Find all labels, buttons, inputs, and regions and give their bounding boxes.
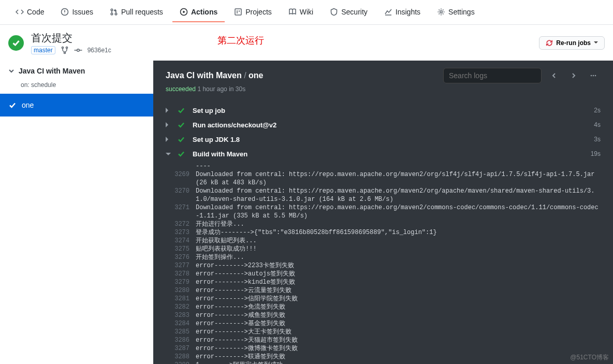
- step-name: Run actions/checkout@v2: [193, 121, 587, 129]
- step-row[interactable]: Build with Maven19s: [153, 147, 613, 161]
- step-row[interactable]: Set up job2s: [153, 103, 613, 118]
- log-line-text: error-------->信阳学院签到失败: [196, 295, 601, 303]
- log-line: 3273登录成功-------->{"tbs":"e3816b80528bff8…: [174, 228, 601, 237]
- log-line-number: 3287: [174, 344, 196, 353]
- commit-sha[interactable]: 9636e1c: [87, 47, 111, 54]
- svg-point-17: [77, 49, 79, 52]
- log-line-text: error-------->大王卡签到失败: [196, 328, 601, 336]
- log-line-number: 3278: [174, 270, 196, 278]
- gear-icon: [437, 8, 445, 16]
- log-line-text: Downloaded from central: https://repo.ma…: [196, 203, 601, 220]
- rerun-jobs-button[interactable]: Re-run jobs: [539, 36, 605, 50]
- kebab-menu-button[interactable]: [586, 68, 601, 83]
- workflow-trigger: on: schedule: [0, 81, 153, 94]
- log-line-text: error-------->咸鱼签到失败: [196, 311, 601, 319]
- log-line-number: 3288: [174, 353, 196, 361]
- check-icon: [177, 106, 185, 114]
- svg-point-21: [593, 75, 594, 77]
- job-status: succeeded: [166, 85, 196, 93]
- svg-point-5: [115, 13, 117, 15]
- tab-wiki[interactable]: Wiki: [281, 3, 320, 22]
- svg-point-4: [111, 13, 113, 15]
- job-in-label: in: [229, 85, 233, 93]
- tab-settings[interactable]: Settings: [430, 3, 482, 22]
- prev-step-button[interactable]: [547, 68, 561, 83]
- tab-actions[interactable]: Actions: [172, 3, 225, 22]
- step-name: Set up job: [193, 107, 587, 114]
- check-icon: [177, 150, 185, 158]
- sidebar-job-label: one: [22, 101, 34, 109]
- book-icon: [288, 8, 297, 16]
- log-line-number: 3289: [174, 361, 196, 364]
- log-line-text: 开始获取贴吧列表...: [196, 237, 601, 245]
- log-line: 3272开始进行登录...: [174, 220, 601, 228]
- step-row[interactable]: Run actions/checkout@v24s: [153, 118, 613, 132]
- log-line: 3285error-------->大王卡签到失败: [174, 328, 601, 336]
- chevron-down-icon: [594, 41, 598, 46]
- tab-insights[interactable]: Insights: [377, 3, 428, 22]
- check-icon: [177, 121, 185, 129]
- svg-rect-8: [235, 9, 241, 15]
- tab-code[interactable]: Code: [8, 3, 51, 22]
- code-icon: [16, 8, 24, 16]
- step-name: Set up JDK 1.8: [193, 136, 587, 143]
- next-step-button[interactable]: [566, 68, 581, 83]
- log-line: 3286error-------->天猫超市签到失败: [174, 336, 601, 344]
- check-icon: [177, 135, 185, 143]
- step-duration: 19s: [591, 150, 601, 157]
- log-line-text: error-------->kindle签到失败: [196, 278, 601, 286]
- log-line: 3269Downloaded from central: https://rep…: [174, 170, 601, 187]
- log-line-number: 3274: [174, 237, 196, 245]
- project-icon: [234, 8, 242, 16]
- tab-projects-label: Projects: [245, 8, 272, 16]
- log-line: 3271Downloaded from central: https://rep…: [174, 203, 601, 220]
- workflow-collapse-toggle[interactable]: Java CI with Maven: [0, 61, 153, 81]
- log-line: 3287error-------->微博微卡签到失败: [174, 344, 601, 353]
- log-line: 3279error-------->kindle签到失败: [174, 278, 601, 286]
- log-line-text: error-------->云流量签到失败: [196, 286, 601, 295]
- tab-pull-requests[interactable]: Pull requests: [103, 3, 170, 22]
- log-line-text: 1-------->阿里宝卡签到成功: [196, 361, 601, 364]
- svg-point-15: [66, 47, 67, 48]
- tab-projects[interactable]: Projects: [227, 3, 279, 22]
- branch-pill[interactable]: master: [31, 46, 55, 54]
- tab-wiki-label: Wiki: [300, 8, 313, 16]
- log-output[interactable]: ----3269Downloaded from central: https:/…: [153, 161, 613, 364]
- log-line-number: 3281: [174, 295, 196, 303]
- chevron-right-icon: [166, 107, 170, 114]
- log-line-number: 3280: [174, 286, 196, 295]
- workflow-trigger-label: on:: [21, 81, 30, 89]
- step-duration: 3s: [594, 136, 601, 143]
- workflow-name: Java CI with Maven: [19, 67, 85, 75]
- step-row[interactable]: Set up JDK 1.83s: [153, 132, 613, 147]
- issue-icon: [61, 8, 69, 16]
- log-line-number: 3269: [174, 170, 196, 187]
- svg-point-13: [440, 10, 442, 12]
- job-timeago: 1 hour ago: [197, 85, 227, 93]
- editorial-annotation: 第二次运行: [217, 34, 264, 47]
- log-line-text: error-------->2233卡签到失败: [196, 261, 601, 270]
- job-breadcrumb-workflow: Java CI with Maven: [166, 71, 242, 80]
- job-breadcrumb: Java CI with Maven / one: [166, 71, 264, 80]
- tab-security[interactable]: Security: [323, 3, 375, 22]
- chevron-right-icon: [166, 121, 170, 129]
- log-line-number: [174, 162, 196, 170]
- log-line: 32891-------->阿里宝卡签到成功: [174, 361, 601, 364]
- tab-insights-label: Insights: [396, 8, 420, 16]
- log-line: 3283error-------->咸鱼签到失败: [174, 311, 601, 319]
- log-line-number: 3283: [174, 311, 196, 319]
- log-line-number: 3272: [174, 220, 196, 228]
- log-line-text: error-------->autojs签到失败: [196, 270, 601, 278]
- svg-point-16: [64, 52, 65, 53]
- log-line-text: error-------->微博微卡签到失败: [196, 344, 601, 353]
- svg-point-20: [591, 75, 592, 77]
- watermark: @51CTO博客: [570, 353, 609, 362]
- tab-issues-label: Issues: [72, 8, 93, 16]
- log-line-text: 开始签到操作...: [196, 253, 601, 261]
- search-logs-input[interactable]: [443, 68, 542, 83]
- tab-issues[interactable]: Issues: [53, 3, 100, 22]
- sidebar-job-one[interactable]: one: [0, 94, 153, 117]
- steps-list: Set up job2sRun actions/checkout@v24sSet…: [153, 100, 613, 364]
- repo-nav: Code Issues Pull requests Actions Projec…: [0, 0, 613, 25]
- step-name: Build with Maven: [193, 150, 583, 158]
